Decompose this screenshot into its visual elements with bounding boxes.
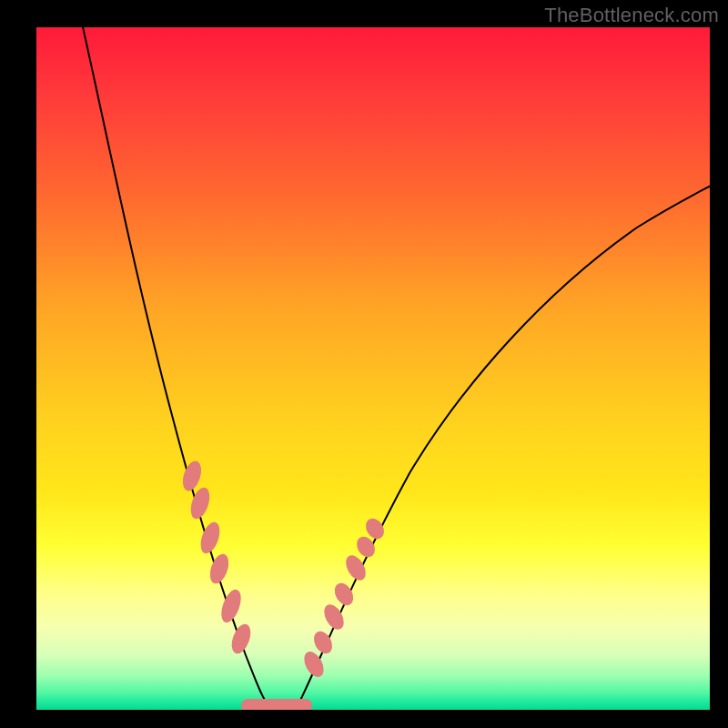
plot-area — [36, 27, 710, 710]
svg-point-5 — [228, 622, 255, 656]
watermark-text: TheBottleneck.com — [544, 4, 719, 27]
svg-point-1 — [187, 485, 213, 521]
svg-point-0 — [179, 459, 205, 493]
svg-point-2 — [197, 520, 224, 556]
svg-point-3 — [207, 551, 232, 586]
markers-left — [179, 459, 254, 656]
curve-svg — [36, 27, 710, 710]
curve-left-branch — [82, 27, 271, 710]
chart-frame: TheBottleneck.com — [0, 0, 728, 728]
curve-right-branch — [296, 184, 710, 710]
svg-point-4 — [217, 587, 245, 625]
